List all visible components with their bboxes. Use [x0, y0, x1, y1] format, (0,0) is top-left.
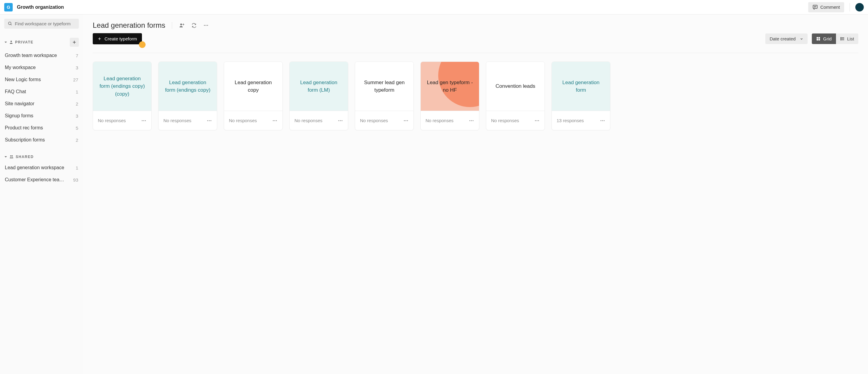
- form-card[interactable]: Lead generation form (endings copy)No re…: [158, 62, 217, 130]
- svg-point-33: [273, 120, 274, 121]
- share-icon[interactable]: [179, 23, 185, 28]
- card-footer: 13 responses: [552, 111, 610, 130]
- sidebar-item[interactable]: My workspace3: [4, 62, 79, 73]
- form-card[interactable]: Lead generation form (LM)No responses: [289, 62, 348, 130]
- comment-button[interactable]: Comment: [808, 2, 844, 12]
- sidebar-item-count: 5: [76, 126, 78, 131]
- sidebar-section-label: Shared: [16, 155, 34, 159]
- form-card[interactable]: Lead generation form13 responses: [552, 62, 610, 130]
- card-menu-button[interactable]: [600, 118, 605, 123]
- svg-point-35: [276, 120, 277, 121]
- form-card[interactable]: Lead gen typeform - no HFNo responses: [421, 62, 479, 130]
- sort-dropdown[interactable]: Date created: [765, 33, 808, 44]
- form-card[interactable]: Summer lead gen typeformNo responses: [355, 62, 414, 130]
- svg-point-45: [535, 120, 536, 121]
- svg-point-12: [204, 25, 205, 26]
- card-responses: No responses: [426, 118, 454, 123]
- sidebar-item[interactable]: Product rec forms5: [4, 122, 79, 134]
- sidebar-item-label: Subscription forms: [5, 137, 45, 143]
- page-title: Lead generation forms: [93, 21, 165, 30]
- card-title: Lead generation copy: [229, 79, 278, 94]
- form-card[interactable]: Convention leadsNo responses: [486, 62, 545, 130]
- sidebar-item-label: FAQ Chat: [5, 89, 26, 94]
- sidebar-item[interactable]: FAQ Chat1: [4, 86, 79, 97]
- card-menu-button[interactable]: [141, 118, 147, 123]
- sidebar-item-count: 1: [76, 165, 78, 170]
- form-card[interactable]: Lead generation copyNo responses: [224, 62, 283, 130]
- create-typeform-button[interactable]: Create typeform: [93, 33, 142, 44]
- svg-point-31: [209, 120, 210, 121]
- people-icon: [9, 155, 14, 159]
- search-input[interactable]: Find workspace or typeform: [4, 19, 79, 29]
- card-preview: Lead generation form (endings copy): [159, 62, 217, 111]
- card-responses: No responses: [229, 118, 257, 123]
- sidebar-item[interactable]: Signup forms3: [4, 110, 79, 122]
- sidebar-item[interactable]: New Logic forms27: [4, 74, 79, 86]
- sidebar-item-label: Customer Experience team …: [5, 177, 65, 182]
- card-responses: No responses: [294, 118, 322, 123]
- card-footer: No responses: [290, 111, 348, 130]
- card-menu-button[interactable]: [403, 118, 409, 123]
- sidebar-item[interactable]: Lead generation workspace1: [4, 162, 79, 173]
- card-menu-button[interactable]: [272, 118, 278, 123]
- card-menu-button[interactable]: [207, 118, 212, 123]
- svg-point-9: [180, 24, 182, 25]
- svg-point-37: [340, 120, 341, 121]
- org-badge[interactable]: G: [4, 3, 13, 11]
- svg-point-7: [10, 155, 11, 157]
- svg-rect-18: [818, 37, 820, 39]
- svg-point-43: [471, 120, 472, 121]
- card-menu-button[interactable]: [534, 118, 540, 123]
- chevron-down-icon: [4, 41, 7, 44]
- card-responses: No responses: [163, 118, 191, 123]
- svg-point-49: [602, 120, 603, 121]
- svg-point-27: [142, 120, 143, 121]
- sidebar-section-private[interactable]: Private: [4, 38, 79, 47]
- main-content: Lead generation forms: [83, 14, 868, 374]
- svg-point-8: [11, 155, 13, 157]
- card-menu-button[interactable]: [338, 118, 343, 123]
- svg-point-46: [537, 120, 537, 121]
- cards-grid: Lead generation form (endings copy) (cop…: [93, 62, 858, 130]
- sidebar-item-count: 3: [76, 65, 78, 70]
- svg-point-50: [604, 120, 604, 121]
- form-card[interactable]: Lead generation form (endings copy) (cop…: [93, 62, 152, 130]
- sidebar-item-count: 1: [76, 89, 78, 94]
- avatar[interactable]: [855, 3, 864, 11]
- card-menu-button[interactable]: [469, 118, 474, 123]
- more-icon[interactable]: [203, 23, 209, 28]
- svg-point-48: [600, 120, 601, 121]
- card-responses: No responses: [360, 118, 388, 123]
- card-footer: No responses: [355, 111, 413, 130]
- sidebar-item[interactable]: Subscription forms2: [4, 134, 79, 146]
- search-icon: [8, 22, 12, 26]
- search-placeholder: Find workspace or typeform: [15, 21, 71, 26]
- svg-point-38: [342, 120, 342, 121]
- grid-view-button[interactable]: Grid: [812, 33, 836, 44]
- sidebar-item[interactable]: Customer Experience team …93: [4, 174, 79, 185]
- svg-point-24: [840, 37, 841, 38]
- svg-rect-17: [817, 37, 818, 39]
- svg-line-3: [10, 24, 11, 25]
- svg-point-47: [538, 120, 539, 121]
- sidebar-item-count: 93: [73, 177, 78, 182]
- sidebar-section-label: Private: [15, 40, 33, 44]
- card-preview: Summer lead gen typeform: [355, 62, 413, 111]
- card-responses: No responses: [98, 118, 126, 123]
- card-title: Convention leads: [496, 82, 535, 90]
- list-view-button[interactable]: List: [836, 33, 858, 44]
- sidebar-item[interactable]: Site navigator2: [4, 98, 79, 109]
- refresh-icon[interactable]: [191, 23, 196, 28]
- add-workspace-button[interactable]: [70, 38, 79, 47]
- card-footer: No responses: [421, 111, 479, 130]
- svg-point-39: [404, 120, 405, 121]
- card-footer: No responses: [93, 111, 151, 130]
- sidebar-section-shared[interactable]: Shared: [4, 155, 79, 159]
- svg-rect-20: [818, 39, 820, 40]
- sidebar-item[interactable]: Growth team workspace7: [4, 50, 79, 61]
- org-name[interactable]: Growth organization: [17, 4, 64, 10]
- svg-point-30: [207, 120, 208, 121]
- svg-point-2: [8, 22, 11, 25]
- card-footer: No responses: [159, 111, 217, 130]
- svg-point-25: [840, 39, 841, 39]
